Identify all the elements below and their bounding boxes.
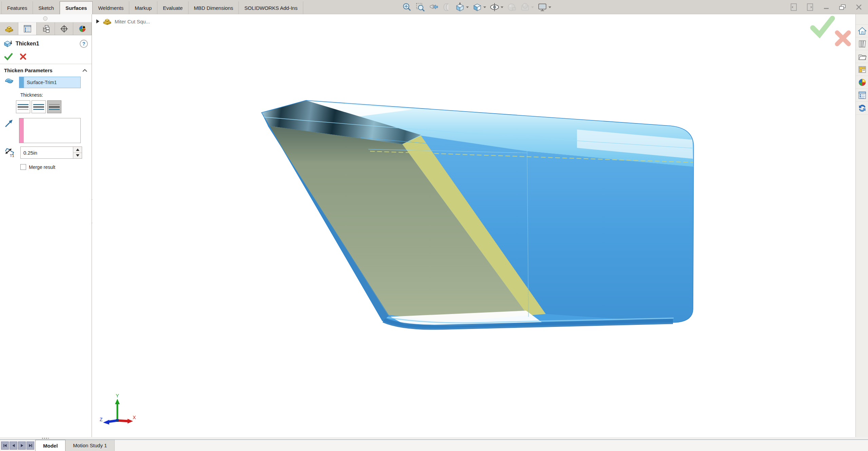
thicken-both-sides-button[interactable] [32,100,46,113]
close-button[interactable] [854,3,863,12]
zoom-to-area-icon[interactable] [415,2,425,12]
design-library-icon[interactable] [856,37,868,50]
thickness-value[interactable]: 0.25in [21,147,73,158]
edit-appearance-icon [507,2,517,12]
thickness-options [16,99,92,115]
selected-surface-value[interactable]: Surface-Trim1 [24,77,80,88]
panel-splitter[interactable] [0,14,92,22]
part-name[interactable]: Miter Cut Squ... [115,19,150,24]
minimize-button[interactable] [822,3,831,12]
tab-configuration-manager[interactable] [37,22,55,35]
spin-up-button[interactable] [73,147,82,153]
motion-nav-controls [0,440,35,451]
appearances-scenes-icon[interactable] [856,76,868,89]
ribbon-tab-mbd-dimensions[interactable]: MBD Dimensions [189,1,239,14]
ribbon-bar: Features Sketch Surfaces Weldments Marku… [0,0,868,14]
thicken-side-2-button[interactable] [47,100,61,113]
model-3d-view [258,95,699,339]
direction-selection-row [0,115,92,144]
property-manager-panel: Thicken1 ? Thicken Parameters [0,14,92,439]
tab-dimxpert-manager[interactable] [55,22,73,35]
feature-title: Thicken1 [16,41,79,47]
next-window-icon[interactable] [806,3,814,12]
thickness-label: Thickness: [20,92,43,98]
tab-property-manager[interactable] [18,22,37,35]
previous-view-icon[interactable] [428,2,439,12]
solidworks-resources-icon[interactable] [856,24,868,37]
merge-result-checkbox[interactable] [20,164,26,170]
dropdown-caret-icon[interactable] [466,6,469,8]
zoom-to-fit-icon[interactable] [402,2,412,12]
thicken-parameters-section[interactable]: Thicken Parameters [0,64,92,75]
spin-down-button[interactable] [73,153,82,159]
merge-result-label: Merge result [29,164,55,170]
ribbon-tab-evaluate[interactable]: Evaluate [157,1,188,14]
last-frame-button[interactable] [26,442,34,450]
view-settings-icon[interactable] [537,2,552,12]
view-orientation-icon[interactable] [455,2,469,12]
ribbon-tab-weldments[interactable]: Weldments [93,1,129,14]
tab-display-manager[interactable] [73,22,92,35]
ribbon-tab-sketch[interactable]: Sketch [33,1,60,14]
dropdown-caret-icon[interactable] [548,6,552,8]
property-manager-icon [23,24,32,33]
splitter-dots [42,438,49,439]
triad-y-label: Y [116,393,119,398]
next-frame-button[interactable] [18,442,26,450]
hide-show-items-icon[interactable] [489,2,504,12]
previous-window-icon[interactable] [789,3,798,12]
svg-text:?: ? [82,41,85,46]
previous-frame-button[interactable] [9,442,17,450]
collapse-chevron-icon[interactable] [82,69,88,72]
dropdown-caret-icon[interactable] [483,6,486,8]
confirm-accept-button[interactable] [809,15,836,39]
surface-selection-row: Surface-Trim1 [0,75,92,90]
window-controls [789,0,863,14]
direction-list-box[interactable] [19,118,81,143]
restore-button[interactable] [838,3,847,12]
tab-featuremanager-design-tree[interactable] [0,22,18,35]
custom-properties-icon[interactable] [856,89,868,102]
view-palette-icon[interactable] [856,63,868,76]
direction-strip [19,118,24,143]
cancel-button[interactable] [20,53,26,60]
selection-strip [19,77,24,88]
dropdown-caret-icon[interactable] [500,6,504,8]
graphics-viewport[interactable]: Miter Cut Squ... [92,14,855,439]
thicken-side-1-button[interactable] [16,100,30,113]
design-tree-icon [4,24,14,33]
file-explorer-icon[interactable] [856,50,868,63]
apply-scene-icon [520,2,534,12]
tab-motion-study-1[interactable]: Motion Study 1 [65,440,115,451]
expand-tree-icon[interactable] [96,19,100,24]
display-style-icon[interactable] [472,2,486,12]
surface-selection-box[interactable]: Surface-Trim1 [19,77,81,88]
confirm-cancel-button[interactable] [834,29,852,47]
bottom-splitter[interactable] [0,437,868,439]
solidworks-forum-icon[interactable] [856,102,868,115]
ribbon-tab-markup[interactable]: Markup [129,1,157,14]
svg-text:T1: T1 [10,154,14,158]
thicken-feature-icon [3,39,13,48]
dropdown-caret-icon [531,6,534,8]
splitter-knob[interactable] [43,16,47,21]
ribbon-tab-features[interactable]: Features [1,1,33,14]
thickness-input[interactable]: 0.25in [20,146,82,159]
help-icon[interactable]: ? [79,39,88,48]
direction-arrow-icon [4,118,14,128]
tab-model[interactable]: Model [35,440,65,451]
ribbon-tab-solidworks-add-ins[interactable]: SOLIDWORKS Add-Ins [239,1,303,14]
ok-button[interactable] [4,53,13,60]
feature-actions [0,50,92,64]
sheet-tab-bar: Model Motion Study 1 [0,439,868,451]
reference-triad: Y Z X [99,393,136,427]
section-title: Thicken Parameters [4,67,82,73]
task-pane [855,14,868,439]
ribbon-tab-surfaces[interactable]: Surfaces [60,1,93,14]
thickness-t1-icon: T1 [4,146,16,159]
heads-up-view-toolbar [402,1,552,14]
part-icon[interactable] [102,17,112,26]
thickness-value-row: T1 0.25in [0,144,92,160]
first-frame-button[interactable] [1,442,9,450]
feature-title-row: Thicken1 ? [0,35,92,50]
